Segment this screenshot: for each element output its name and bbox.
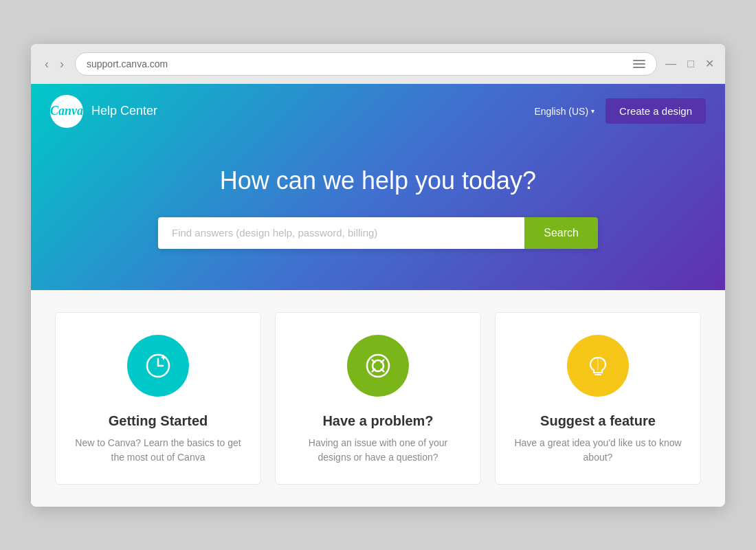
address-text: support.canva.com <box>87 58 168 69</box>
nav-buttons: ‹ › <box>42 56 67 72</box>
maximize-button[interactable]: □ <box>687 58 694 70</box>
window-controls: — □ ✕ <box>665 57 714 70</box>
hero-content: How can we help you today? Search <box>31 139 725 290</box>
card-have-problem[interactable]: Have a problem? Having an issue with one… <box>275 312 481 485</box>
card-getting-started-desc: New to Canva? Learn the basics to get th… <box>72 436 244 465</box>
search-button[interactable]: Search <box>524 217 598 249</box>
search-bar: Search <box>158 217 598 249</box>
logo-area: Canva Help Center <box>50 95 157 128</box>
svg-line-12 <box>381 360 384 362</box>
hero-section: Canva Help Center English (US) ▾ Create … <box>31 84 725 290</box>
hero-nav: Canva Help Center English (US) ▾ Create … <box>31 84 725 139</box>
card-suggest-feature-desc: Have a great idea you'd like us to know … <box>512 436 684 465</box>
address-bar[interactable]: support.canva.com <box>75 52 657 76</box>
language-selector[interactable]: English (US) ▾ <box>535 106 595 117</box>
minimize-button[interactable]: — <box>665 58 676 70</box>
cards-section: Getting Started New to Canva? Learn the … <box>31 290 725 507</box>
search-input[interactable] <box>158 217 524 249</box>
svg-line-10 <box>373 360 375 362</box>
svg-line-13 <box>373 368 375 371</box>
nav-right: English (US) ▾ Create a design <box>535 98 707 124</box>
svg-point-8 <box>367 355 389 377</box>
card-have-problem-title: Have a problem? <box>322 413 433 429</box>
canva-logo: Canva <box>50 95 83 128</box>
help-center-label: Help Center <box>91 104 157 118</box>
card-have-problem-desc: Having an issue with one of your designs… <box>292 436 464 465</box>
create-design-button[interactable]: Create a design <box>605 98 706 124</box>
forward-button[interactable]: › <box>57 56 67 72</box>
getting-started-icon-circle <box>127 335 189 397</box>
lifebuoy-icon <box>363 351 393 381</box>
card-getting-started-title: Getting Started <box>109 413 208 429</box>
have-problem-icon-circle <box>347 335 409 397</box>
chevron-down-icon: ▾ <box>591 107 594 115</box>
hamburger-icon[interactable] <box>633 60 645 68</box>
card-suggest-feature-title: Suggest a feature <box>540 413 656 429</box>
lightbulb-icon <box>583 351 613 381</box>
suggest-feature-icon-circle <box>567 335 629 397</box>
browser-chrome: ‹ › support.canva.com — □ ✕ <box>31 44 725 84</box>
browser-window: ‹ › support.canva.com — □ ✕ Canva Help C… <box>31 44 725 507</box>
language-label: English (US) <box>535 106 589 117</box>
clock-icon <box>143 351 173 381</box>
close-button[interactable]: ✕ <box>705 57 714 70</box>
hero-title: How can we help you today? <box>45 166 711 195</box>
back-button[interactable]: ‹ <box>42 56 52 72</box>
card-suggest-feature[interactable]: Suggest a feature Have a great idea you'… <box>495 312 701 485</box>
svg-line-11 <box>381 368 384 371</box>
card-getting-started[interactable]: Getting Started New to Canva? Learn the … <box>55 312 261 485</box>
